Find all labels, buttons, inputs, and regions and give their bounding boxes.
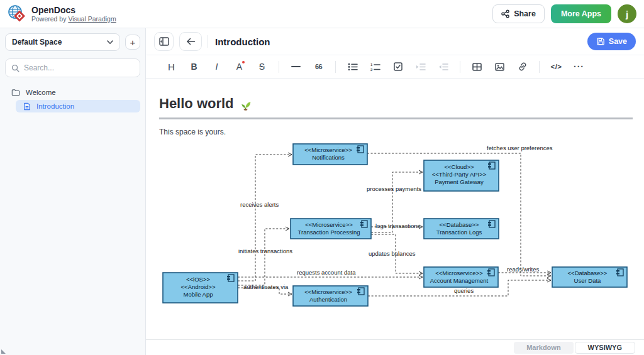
editor-toolbar: H B I A S 66 1 2	[146, 55, 644, 79]
svg-text:Transaction Logs: Transaction Logs	[436, 229, 482, 236]
strikethrough-button[interactable]: S	[253, 58, 271, 75]
edge-label: queries	[454, 287, 474, 294]
heading-button[interactable]: H	[162, 58, 180, 75]
svg-text:Notifications: Notifications	[312, 154, 345, 161]
svg-text:Mobile App: Mobile App	[183, 291, 213, 298]
page-title: Introduction	[215, 36, 270, 47]
uml-component-diagram[interactable]: receives alerts initiates transactions r…	[155, 139, 633, 327]
numbered-list-button[interactable]: 1 2	[366, 58, 384, 75]
space-selector[interactable]: Default Space	[5, 33, 120, 51]
brand: OpenDocs Powered by Visual Paradigm	[8, 4, 116, 23]
edge-label: updates balances	[369, 250, 416, 257]
add-space-button[interactable]: +	[125, 35, 140, 50]
svg-text:<<Third-Party API>>: <<Third-Party API>>	[432, 171, 487, 178]
indent-icon	[416, 63, 426, 71]
edge-label: requests account data	[297, 269, 356, 276]
edge-label: reads/writes	[507, 266, 539, 273]
bullet-list-icon	[348, 63, 358, 71]
seedling-emoji	[239, 97, 252, 111]
svg-text:Authentication: Authentication	[309, 296, 347, 303]
node-payment-gateway: <<Cloud>> <<Third-Party API>> Payment Ga…	[424, 160, 499, 191]
document-icon	[23, 102, 31, 111]
chevron-down-icon	[107, 40, 113, 45]
save-icon	[596, 37, 605, 46]
horizontal-rule-icon	[291, 66, 301, 67]
heading-rule	[159, 117, 633, 119]
svg-text:<<Database>>: <<Database>>	[568, 270, 608, 276]
back-button[interactable]	[179, 32, 202, 51]
edge-label: initiates transactions	[238, 248, 292, 254]
svg-text:<<Microservice>>: <<Microservice>>	[304, 288, 352, 295]
svg-text:2: 2	[370, 68, 373, 71]
numbered-list-icon: 1 2	[370, 63, 380, 71]
node-transaction-logs: <<Database>> Transaction Logs	[424, 219, 499, 239]
insert-image-button[interactable]	[491, 58, 509, 75]
node-account-management: <<Microservice>> Account Management	[424, 267, 498, 287]
task-list-button[interactable]	[389, 58, 407, 75]
svg-text:Payment Gateway: Payment Gateway	[435, 178, 484, 185]
more-apps-button[interactable]: More Apps	[551, 4, 611, 23]
save-button[interactable]: Save	[587, 33, 636, 50]
bullet-list-button[interactable]	[343, 58, 362, 75]
outdent-button[interactable]	[434, 58, 452, 75]
tab-markdown[interactable]: Markdown	[514, 342, 573, 354]
node-transaction-processing: <<Microservice>> Transaction Processing	[291, 219, 371, 239]
search-input[interactable]	[24, 63, 134, 72]
document-heading: Hello world	[159, 96, 633, 112]
image-icon	[495, 63, 504, 71]
svg-text:<<Android>>: <<Android>>	[181, 283, 216, 290]
insert-table-button[interactable]	[468, 58, 486, 75]
edge-label: logs transactions	[375, 222, 421, 229]
node-user-data: <<Database>> User Data	[552, 267, 627, 287]
doc-header: Introduction Save	[146, 28, 644, 55]
diagram-canvas: receives alerts initiates transactions r…	[155, 139, 633, 324]
insert-link-button[interactable]	[513, 58, 531, 75]
italic-button[interactable]: I	[208, 58, 226, 75]
arrow-left-icon	[186, 38, 196, 45]
toggle-sidebar-button[interactable]	[154, 32, 174, 51]
sidebar: Default Space + Welcome	[0, 28, 146, 355]
panel-left-icon	[159, 37, 169, 46]
svg-text:<<iOS>>: <<iOS>>	[186, 276, 210, 283]
search-icon	[11, 64, 19, 72]
svg-text:<<Cloud>>: <<Cloud>>	[444, 163, 474, 170]
horizontal-rule-button[interactable]	[287, 58, 305, 75]
checkbox-icon	[394, 62, 402, 71]
tab-wysiwyg[interactable]: WYSIWYG	[575, 342, 635, 354]
bold-button[interactable]: B	[185, 58, 203, 75]
editor-content[interactable]: Hello world This space is yours.	[146, 79, 644, 339]
font-color-dot	[242, 61, 245, 63]
svg-text:Transaction Processing: Transaction Processing	[298, 229, 360, 236]
code-button[interactable]: </>	[547, 58, 565, 75]
svg-text:1: 1	[370, 63, 373, 67]
more-options-button[interactable]: ···	[570, 58, 588, 75]
share-button[interactable]: Share	[492, 4, 545, 23]
table-icon	[472, 63, 482, 71]
blockquote-button[interactable]: 66	[309, 58, 328, 75]
sidebar-resize-grip[interactable]	[1, 349, 6, 354]
svg-text:<<Microservice>>: <<Microservice>>	[304, 146, 352, 153]
indent-button[interactable]	[411, 58, 430, 75]
svg-text:<<Database>>: <<Database>>	[440, 221, 479, 228]
edge-label: authenticates via	[243, 283, 289, 290]
folder-icon	[11, 89, 20, 96]
share-icon	[501, 9, 509, 18]
user-avatar[interactable]: j	[618, 4, 636, 23]
font-color-button[interactable]: A	[230, 58, 248, 75]
svg-text:<<Microservice>>: <<Microservice>>	[435, 270, 483, 276]
link-icon	[518, 62, 527, 71]
top-bar: OpenDocs Powered by Visual Paradigm Shar…	[0, 0, 644, 28]
search-box[interactable]	[5, 58, 140, 77]
edge-label: processes payments	[367, 185, 421, 192]
visual-paradigm-link[interactable]: Visual Paradigm	[68, 15, 116, 23]
page-tree: Welcome Introduction	[5, 86, 140, 112]
app-title: OpenDocs	[31, 5, 116, 15]
node-authentication: <<Microservice>> Authentication	[293, 286, 368, 306]
document-paragraph: This space is yours.	[159, 128, 633, 136]
tree-item-introduction[interactable]: Introduction	[16, 100, 140, 112]
tree-item-welcome[interactable]: Welcome	[5, 86, 140, 99]
svg-text:Account Management: Account Management	[430, 277, 489, 284]
visual-paradigm-logo-icon	[8, 4, 26, 23]
edge-label: fetches user preferences	[487, 145, 553, 151]
svg-text:User Data: User Data	[574, 277, 601, 284]
